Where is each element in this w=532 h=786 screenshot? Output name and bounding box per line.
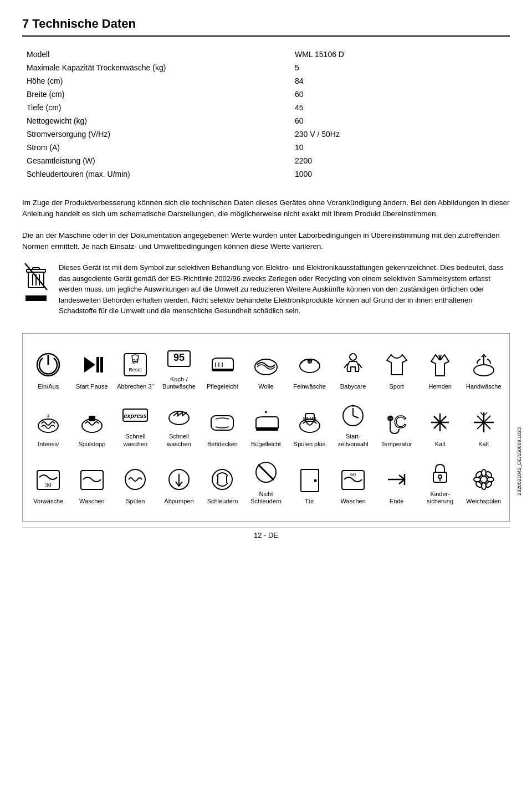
control-handwaesche: Handwäsche <box>462 349 505 391</box>
spec-row: Schleudertouren (max. U/min)1000 <box>22 167 510 181</box>
spuelen-plus-label: Spülen plus <box>294 441 326 448</box>
svg-point-81 <box>482 469 486 476</box>
temperatur-icon: °C <box>381 406 413 438</box>
spec-value: 10 <box>290 141 510 154</box>
kindersicherung-icon <box>424 456 456 488</box>
feinwaesche-icon <box>294 349 326 381</box>
svg-rect-12 <box>124 354 146 376</box>
hemden-icon <box>424 349 456 381</box>
startzeitvorwahl-label: Start- zeitvorwahl <box>332 433 375 448</box>
svg-text:●: ● <box>264 409 267 415</box>
side-label: 2820521042_DE/150609.1023 <box>516 427 522 496</box>
weee-symbol <box>24 262 48 291</box>
svg-line-44 <box>353 416 359 418</box>
specs-table: ModellWML 15106 DMaximale Kapazität Troc… <box>22 48 510 181</box>
svg-point-52 <box>438 421 442 424</box>
waschen-icon <box>76 463 108 496</box>
ende-icon <box>381 463 413 496</box>
waschen2-icon: 60 <box>337 463 369 496</box>
spec-label: Tiefe (cm) <box>22 101 290 114</box>
wolle-label: Wolle <box>258 383 273 391</box>
spec-label: Strom (A) <box>22 141 290 154</box>
spuelen-label: Spülen <box>126 498 145 506</box>
spec-label: Höhe (cm) <box>22 74 290 88</box>
schnellwaschen1-icon: express <box>119 399 151 431</box>
tuer-label: Tür <box>305 498 314 506</box>
spec-value: 230 V / 50Hz <box>290 127 510 141</box>
kindersicherung-label: Kinder- sicherung <box>419 491 462 506</box>
waschen-label: Waschen <box>79 498 104 506</box>
svg-rect-37 <box>256 428 278 431</box>
spuelen-plus-icon: PLUS <box>294 406 326 438</box>
babycare-label: Babycare <box>340 383 366 391</box>
control-schnellwaschen2: Schnell waschen <box>158 399 201 448</box>
svg-point-82 <box>482 483 486 489</box>
ein-aus-icon <box>32 349 64 381</box>
control-abbrechen: 3" Reset Abbrechen 3" <box>114 349 157 391</box>
schnellwaschen2-label: Schnell waschen <box>158 433 201 448</box>
svg-text:60: 60 <box>350 472 356 477</box>
control-spuelen: Spülen <box>114 463 157 506</box>
spec-row: ModellWML 15106 D <box>22 48 510 61</box>
kalt2-icon <box>468 406 500 438</box>
spec-row: Breite (cm)60 <box>22 88 510 101</box>
schleudern-label: Schleudern <box>207 498 238 506</box>
spec-value: 45 <box>290 101 510 114</box>
info-paragraph-1: Im Zuge der Produktverbesserung können s… <box>22 197 510 220</box>
tuer-icon <box>294 463 326 496</box>
svg-text:Reset: Reset <box>129 367 142 372</box>
spec-label: Stromversorgung (V/Hz) <box>22 127 290 141</box>
intensiv-label: Intensiv <box>38 441 59 448</box>
svg-rect-18 <box>212 369 233 371</box>
control-weichspuelen: Weichspülen <box>462 463 505 506</box>
control-intensiv: + Intensiv <box>27 406 70 448</box>
spec-label: Schleudertouren (max. U/min) <box>22 167 290 181</box>
spuelstopp-label: Spülstopp <box>78 441 105 448</box>
spec-row: Maximale Kapazität Trockenwäsche (kg)5 <box>22 61 510 74</box>
control-kindersicherung: Kinder- sicherung <box>419 456 462 506</box>
spec-value: 2200 <box>290 154 510 167</box>
bettdecken-icon <box>206 406 238 438</box>
schleudern-icon <box>206 463 238 496</box>
control-startzeitvorwahl: Start- zeitvorwahl <box>332 399 375 448</box>
nicht-schleudern-icon <box>250 456 282 488</box>
svg-point-62 <box>125 469 145 489</box>
recycling-section: Dieses Gerät ist mit dem Symbol zur sele… <box>22 262 510 317</box>
spec-row: Höhe (cm)84 <box>22 74 510 88</box>
hemden-label: Hemden <box>428 383 452 391</box>
spec-row: Strom (A)10 <box>22 141 510 154</box>
control-koch-bunt: 95 Koch-/ Buntwäsche <box>158 341 201 391</box>
schnellwaschen1-label: Schnell waschen <box>114 433 157 448</box>
black-bar <box>25 295 47 301</box>
vorwaesche-label: Vorwäsche <box>33 498 63 506</box>
sport-label: Sport <box>390 383 404 391</box>
nicht-schleudern-label: Nicht Schleudern <box>245 491 288 506</box>
control-wolle: Wolle <box>245 349 288 391</box>
schnellwaschen2-icon <box>163 399 195 431</box>
svg-marker-9 <box>84 357 95 372</box>
spec-value: 60 <box>290 88 510 101</box>
control-buegelleicht: ● Bügelleicht <box>245 406 288 448</box>
sport-icon <box>381 349 413 381</box>
svg-text:PLUS: PLUS <box>303 416 316 421</box>
svg-text:+: + <box>47 413 50 419</box>
ein-aus-label: Ein/Aus <box>38 383 59 391</box>
abpumpen-label: Abpumpen <box>164 498 193 506</box>
control-temperatur: °C Temperatur <box>375 406 418 448</box>
svg-rect-10 <box>96 357 99 372</box>
spec-label: Maximale Kapazität Trockenwäsche (kg) <box>22 61 290 74</box>
spec-label: Gesamtleistung (W) <box>22 154 290 167</box>
control-kalt1: Kalt <box>419 406 462 448</box>
abbrechen-icon: 3" Reset <box>119 349 151 381</box>
info-paragraph-2: Die an der Maschine oder in der Dokument… <box>22 230 510 253</box>
controls-box: Ein/Aus Start Pause 3" Reset Abbrechen 3… <box>22 333 510 522</box>
control-tuer: Tür <box>288 463 331 506</box>
control-ein-aus: Ein/Aus <box>27 349 70 391</box>
svg-text:95: 95 <box>173 352 185 363</box>
spec-row: Stromversorgung (V/Hz)230 V / 50Hz <box>22 127 510 141</box>
control-feinwaesche: Feinwäsche <box>288 349 331 391</box>
spec-value: 5 <box>290 61 510 74</box>
svg-rect-2 <box>33 268 39 269</box>
control-kalt2: Kalt <box>462 406 505 448</box>
buegelleicht-icon: ● <box>250 406 282 438</box>
